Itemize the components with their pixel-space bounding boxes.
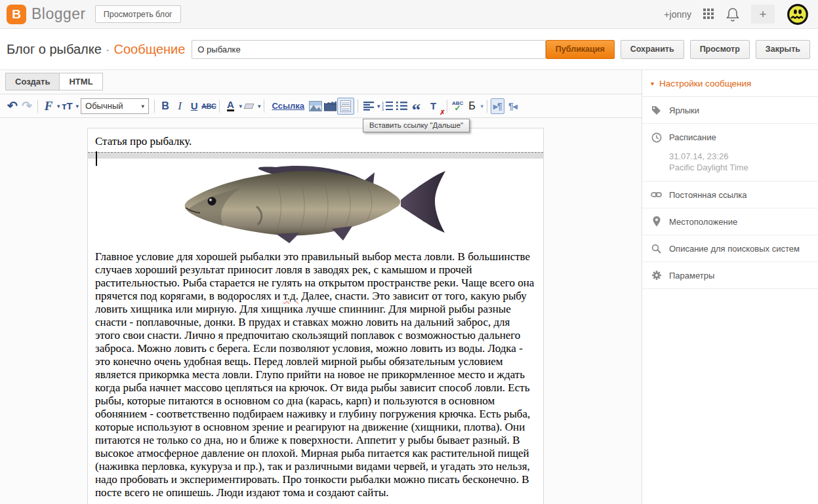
link-icon bbox=[651, 191, 662, 198]
highlight-dropdown-icon[interactable]: ▾ bbox=[258, 103, 261, 109]
sidebar-item-schedule-text: Расписание bbox=[669, 132, 716, 142]
post-settings-header[interactable]: ▾ Настройки сообщения bbox=[642, 70, 818, 97]
rtl-direction-button[interactable]: ¶◂ bbox=[506, 101, 519, 111]
save-label: Сохранить bbox=[630, 45, 674, 54]
transliteration-button[interactable]: Б bbox=[465, 98, 480, 115]
notifications-bell-icon[interactable] bbox=[726, 7, 739, 22]
tab-compose[interactable]: Создать bbox=[5, 73, 60, 90]
save-button[interactable]: Сохранить bbox=[621, 40, 684, 59]
publish-button[interactable]: Публикация bbox=[546, 40, 615, 59]
ltr-direction-button[interactable]: ▸¶ bbox=[491, 98, 504, 114]
post-body-editor[interactable]: Статья про рыбалку. bbox=[87, 128, 544, 504]
paragraph-format-dropdown-icon: ▾ bbox=[142, 103, 145, 109]
numbered-list-button[interactable]: 123 bbox=[380, 98, 395, 115]
close-label: Закрыть bbox=[766, 45, 800, 54]
blogger-wordmark: Blogger bbox=[31, 5, 86, 23]
preview-button[interactable]: Просмотр bbox=[690, 40, 750, 59]
sidebar-item-schedule-block: Расписание 31.07.14, 23:26 Pacific Dayli… bbox=[642, 124, 818, 182]
text-color-button[interactable]: A bbox=[227, 100, 234, 111]
search-icon bbox=[651, 244, 661, 254]
fish-photo bbox=[178, 161, 453, 244]
schedule-date: 31.07.14, 23:26 bbox=[669, 151, 818, 162]
tab-html[interactable]: HTML bbox=[60, 73, 102, 90]
italic-button[interactable]: I bbox=[173, 98, 187, 115]
post-header-bar: Блог о рыбалке · Сообщение Публикация Со… bbox=[0, 29, 818, 70]
paragraph-format-value: Обычный bbox=[85, 101, 123, 111]
spellcheck-button[interactable]: ABC ✓ bbox=[451, 98, 465, 115]
strikethrough-button[interactable]: ABC bbox=[201, 98, 216, 115]
highlight-color-button[interactable] bbox=[242, 98, 256, 115]
bullet-list-button[interactable] bbox=[395, 98, 409, 115]
insert-link-button[interactable]: Ссылка bbox=[268, 101, 308, 111]
highlighter-icon bbox=[244, 104, 255, 109]
blogger-logo-letter: B bbox=[12, 7, 21, 22]
blogger-logo-icon[interactable]: B bbox=[7, 5, 26, 24]
post-title-input[interactable] bbox=[192, 40, 545, 59]
post-body-text: Главное условие для хорошей рыбалки это … bbox=[95, 250, 536, 499]
jump-break-marker[interactable] bbox=[88, 152, 543, 159]
page-type-label: Сообщение bbox=[114, 42, 186, 57]
align-left-icon bbox=[363, 102, 375, 111]
alignment-button[interactable] bbox=[361, 98, 376, 115]
apps-grid-icon[interactable] bbox=[703, 9, 714, 20]
tag-icon bbox=[651, 106, 661, 115]
formatting-toolbar: ↶ ↷ F ▾ тT ▾ Обычный ▾ B I U ABC A ▾ ▾ С… bbox=[0, 94, 642, 118]
sidebar-item-search-description[interactable]: Описание для поисковых систем bbox=[642, 235, 818, 262]
svg-text:3: 3 bbox=[382, 107, 384, 111]
sidebar-item-labels[interactable]: Ярлыки bbox=[642, 97, 818, 124]
sidebar-item-permalink-text: Постоянная ссылка bbox=[669, 190, 747, 200]
bullet-list-icon bbox=[396, 101, 408, 111]
page-break-icon bbox=[340, 100, 351, 112]
sidebar-item-options[interactable]: Параметры bbox=[642, 262, 818, 289]
insert-image-button[interactable] bbox=[308, 98, 323, 115]
text-cursor bbox=[96, 151, 97, 166]
spellcheck-check-icon: ✓ bbox=[455, 106, 461, 111]
clear-formatting-button[interactable]: T ✗ bbox=[426, 98, 441, 115]
publish-label: Публикация bbox=[556, 45, 605, 54]
title-separator: · bbox=[106, 42, 110, 57]
close-button[interactable]: Закрыть bbox=[756, 40, 810, 59]
schedule-timezone: Pacific Daylight Time bbox=[669, 162, 818, 173]
paragraph-part-2: Далее, снасти. Это зависит от того, каку… bbox=[95, 290, 530, 499]
bold-button[interactable]: B bbox=[158, 98, 173, 115]
post-image[interactable] bbox=[178, 161, 453, 248]
sidebar-item-search-description-text: Описание для поисковых систем bbox=[669, 244, 800, 254]
post-heading-text: Статья про рыбалку. bbox=[95, 134, 536, 148]
insert-jump-break-button[interactable] bbox=[337, 98, 354, 115]
transliteration-dropdown-icon[interactable]: ▾ bbox=[481, 103, 484, 109]
avatar[interactable] bbox=[787, 3, 809, 26]
editor-area: Создать HTML ↶ ↷ F ▾ тT ▾ Обычный ▾ B I … bbox=[0, 70, 642, 504]
view-blog-button[interactable]: Просмотреть блог bbox=[95, 5, 181, 23]
plus-button[interactable]: + bbox=[751, 5, 775, 24]
clear-formatting-x: ✗ bbox=[440, 109, 445, 116]
sidebar-item-labels-text: Ярлыки bbox=[669, 106, 699, 115]
paragraph-format-select[interactable]: Обычный ▾ bbox=[81, 98, 149, 114]
insert-video-button[interactable] bbox=[323, 98, 337, 115]
blog-title[interactable]: Блог о рыбалке bbox=[7, 42, 102, 57]
post-settings-sidebar: ▾ Настройки сообщения Ярлыки Расписание … bbox=[642, 70, 818, 504]
account-name[interactable]: +jonny bbox=[664, 9, 691, 20]
blockquote-button[interactable]: “ bbox=[409, 98, 424, 115]
redo-icon[interactable]: ↷ bbox=[20, 98, 34, 115]
jump-break-tooltip: Вставить ссылку "Дальше" bbox=[363, 119, 470, 132]
clock-icon bbox=[651, 132, 662, 143]
sidebar-item-options-text: Параметры bbox=[669, 271, 714, 281]
tab-compose-label: Создать bbox=[15, 77, 50, 87]
font-family-button[interactable]: F bbox=[41, 98, 56, 115]
top-bar: B Blogger Просмотреть блог +jonny + bbox=[0, 0, 818, 29]
clear-formatting-t: T bbox=[430, 100, 436, 111]
sidebar-item-permalink[interactable]: Постоянная ссылка bbox=[642, 182, 818, 208]
underline-button[interactable]: U bbox=[187, 98, 201, 115]
post-settings-title: Настройки сообщения bbox=[659, 79, 751, 88]
plus-button-label: + bbox=[759, 7, 766, 22]
editor-mode-tabs: Создать HTML bbox=[5, 73, 103, 90]
view-blog-label: Просмотреть блог bbox=[104, 10, 173, 19]
tab-html-label: HTML bbox=[69, 77, 92, 87]
preview-label: Просмотр bbox=[700, 45, 740, 54]
sidebar-item-schedule[interactable]: Расписание bbox=[642, 124, 818, 151]
undo-icon[interactable]: ↶ bbox=[5, 98, 20, 115]
location-pin-icon bbox=[653, 216, 661, 227]
font-size-button[interactable]: тT bbox=[60, 98, 75, 115]
font-size-dropdown-icon[interactable]: ▾ bbox=[76, 103, 79, 109]
sidebar-item-location[interactable]: Местоположение bbox=[642, 208, 818, 235]
